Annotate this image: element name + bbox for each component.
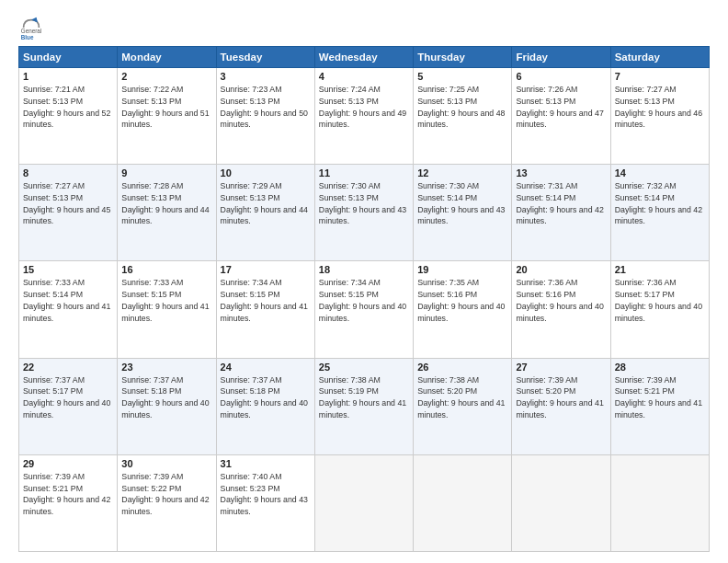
calendar-cell: 2Sunrise: 7:22 AMSunset: 5:13 PMDaylight… — [118, 68, 216, 165]
day-info: Sunrise: 7:36 AMSunset: 5:17 PMDaylight:… — [615, 277, 705, 324]
day-info: Sunrise: 7:25 AMSunset: 5:13 PMDaylight:… — [417, 84, 507, 131]
day-info: Sunrise: 7:24 AMSunset: 5:13 PMDaylight:… — [319, 84, 409, 131]
day-info: Sunrise: 7:33 AMSunset: 5:14 PMDaylight:… — [23, 277, 113, 324]
day-number: 12 — [417, 167, 507, 178]
day-info: Sunrise: 7:39 AMSunset: 5:21 PMDaylight:… — [615, 374, 705, 421]
day-number: 20 — [516, 264, 606, 275]
calendar-cell: 18Sunrise: 7:34 AMSunset: 5:15 PMDayligh… — [314, 261, 413, 358]
day-info: Sunrise: 7:21 AMSunset: 5:13 PMDaylight:… — [23, 84, 113, 131]
calendar-cell — [610, 454, 709, 551]
day-info: Sunrise: 7:39 AMSunset: 5:20 PMDaylight:… — [516, 374, 606, 421]
calendar-cell: 11Sunrise: 7:30 AMSunset: 5:13 PMDayligh… — [314, 165, 413, 261]
day-info: Sunrise: 7:28 AMSunset: 5:13 PMDaylight:… — [121, 180, 211, 227]
calendar-cell: 10Sunrise: 7:29 AMSunset: 5:13 PMDayligh… — [216, 165, 314, 261]
day-number: 8 — [23, 167, 113, 178]
calendar-cell: 1Sunrise: 7:21 AMSunset: 5:13 PMDaylight… — [19, 68, 118, 165]
weekday-header: Monday — [118, 47, 216, 68]
calendar-cell: 8Sunrise: 7:27 AMSunset: 5:13 PMDaylight… — [19, 165, 118, 261]
day-info: Sunrise: 7:37 AMSunset: 5:18 PMDaylight:… — [221, 374, 311, 421]
calendar-cell: 4Sunrise: 7:24 AMSunset: 5:13 PMDaylight… — [314, 68, 413, 165]
day-info: Sunrise: 7:27 AMSunset: 5:13 PMDaylight:… — [23, 180, 113, 227]
day-info: Sunrise: 7:27 AMSunset: 5:13 PMDaylight:… — [615, 84, 705, 131]
day-number: 17 — [221, 264, 311, 275]
day-info: Sunrise: 7:30 AMSunset: 5:13 PMDaylight:… — [319, 180, 409, 227]
day-info: Sunrise: 7:33 AMSunset: 5:15 PMDaylight:… — [121, 277, 211, 324]
svg-text:Blue: Blue — [21, 34, 34, 40]
header: General Blue — [18, 15, 710, 40]
day-number: 28 — [615, 362, 705, 373]
day-number: 29 — [23, 458, 113, 469]
day-number: 13 — [516, 167, 606, 178]
day-number: 27 — [516, 362, 606, 373]
day-info: Sunrise: 7:31 AMSunset: 5:14 PMDaylight:… — [516, 180, 606, 227]
calendar-cell: 13Sunrise: 7:31 AMSunset: 5:14 PMDayligh… — [512, 165, 610, 261]
logo-icon: General Blue — [18, 15, 44, 40]
day-info: Sunrise: 7:29 AMSunset: 5:13 PMDaylight:… — [221, 180, 311, 227]
day-number: 15 — [23, 264, 113, 275]
day-number: 19 — [417, 264, 507, 275]
day-info: Sunrise: 7:37 AMSunset: 5:17 PMDaylight:… — [23, 374, 113, 421]
day-number: 18 — [319, 264, 409, 275]
calendar-cell: 17Sunrise: 7:34 AMSunset: 5:15 PMDayligh… — [216, 261, 314, 358]
weekday-header: Friday — [512, 47, 610, 68]
day-number: 2 — [121, 71, 211, 82]
calendar-table: SundayMondayTuesdayWednesdayThursdayFrid… — [18, 46, 710, 552]
day-info: Sunrise: 7:39 AMSunset: 5:22 PMDaylight:… — [121, 471, 211, 518]
day-number: 9 — [121, 167, 211, 178]
calendar-cell: 21Sunrise: 7:36 AMSunset: 5:17 PMDayligh… — [610, 261, 709, 358]
day-info: Sunrise: 7:36 AMSunset: 5:16 PMDaylight:… — [516, 277, 606, 324]
calendar-cell: 16Sunrise: 7:33 AMSunset: 5:15 PMDayligh… — [118, 261, 216, 358]
day-info: Sunrise: 7:38 AMSunset: 5:20 PMDaylight:… — [417, 374, 507, 421]
calendar-cell — [512, 454, 610, 551]
calendar-cell: 24Sunrise: 7:37 AMSunset: 5:18 PMDayligh… — [216, 358, 314, 454]
day-number: 21 — [615, 264, 705, 275]
calendar-cell: 5Sunrise: 7:25 AMSunset: 5:13 PMDaylight… — [414, 68, 512, 165]
calendar-cell: 29Sunrise: 7:39 AMSunset: 5:21 PMDayligh… — [19, 454, 118, 551]
calendar-cell: 25Sunrise: 7:38 AMSunset: 5:19 PMDayligh… — [314, 358, 413, 454]
day-number: 6 — [516, 71, 606, 82]
calendar-cell: 6Sunrise: 7:26 AMSunset: 5:13 PMDaylight… — [512, 68, 610, 165]
day-info: Sunrise: 7:37 AMSunset: 5:18 PMDaylight:… — [121, 374, 211, 421]
day-number: 30 — [121, 458, 211, 469]
calendar-cell — [414, 454, 512, 551]
day-number: 24 — [221, 362, 311, 373]
logo: General Blue — [18, 15, 44, 40]
calendar-cell: 12Sunrise: 7:30 AMSunset: 5:14 PMDayligh… — [414, 165, 512, 261]
calendar-cell: 31Sunrise: 7:40 AMSunset: 5:23 PMDayligh… — [216, 454, 314, 551]
day-info: Sunrise: 7:23 AMSunset: 5:13 PMDaylight:… — [221, 84, 311, 131]
day-number: 16 — [121, 264, 211, 275]
day-info: Sunrise: 7:39 AMSunset: 5:21 PMDaylight:… — [23, 471, 113, 518]
calendar-cell: 15Sunrise: 7:33 AMSunset: 5:14 PMDayligh… — [19, 261, 118, 358]
calendar-cell: 7Sunrise: 7:27 AMSunset: 5:13 PMDaylight… — [610, 68, 709, 165]
calendar-cell: 20Sunrise: 7:36 AMSunset: 5:16 PMDayligh… — [512, 261, 610, 358]
day-number: 11 — [319, 167, 409, 178]
weekday-header: Wednesday — [314, 47, 413, 68]
day-number: 25 — [319, 362, 409, 373]
calendar-cell: 14Sunrise: 7:32 AMSunset: 5:14 PMDayligh… — [610, 165, 709, 261]
day-info: Sunrise: 7:22 AMSunset: 5:13 PMDaylight:… — [121, 84, 211, 131]
weekday-header: Tuesday — [216, 47, 314, 68]
day-number: 5 — [417, 71, 507, 82]
day-info: Sunrise: 7:34 AMSunset: 5:15 PMDaylight:… — [221, 277, 311, 324]
day-number: 26 — [417, 362, 507, 373]
day-number: 31 — [221, 458, 311, 469]
day-info: Sunrise: 7:26 AMSunset: 5:13 PMDaylight:… — [516, 84, 606, 131]
day-number: 22 — [23, 362, 113, 373]
calendar-cell: 9Sunrise: 7:28 AMSunset: 5:13 PMDaylight… — [118, 165, 216, 261]
calendar-cell: 28Sunrise: 7:39 AMSunset: 5:21 PMDayligh… — [610, 358, 709, 454]
day-info: Sunrise: 7:35 AMSunset: 5:16 PMDaylight:… — [417, 277, 507, 324]
calendar-cell: 19Sunrise: 7:35 AMSunset: 5:16 PMDayligh… — [414, 261, 512, 358]
day-number: 7 — [615, 71, 705, 82]
calendar-cell: 27Sunrise: 7:39 AMSunset: 5:20 PMDayligh… — [512, 358, 610, 454]
weekday-header: Thursday — [414, 47, 512, 68]
day-number: 23 — [121, 362, 211, 373]
day-info: Sunrise: 7:34 AMSunset: 5:15 PMDaylight:… — [319, 277, 409, 324]
calendar-cell: 3Sunrise: 7:23 AMSunset: 5:13 PMDaylight… — [216, 68, 314, 165]
page: General Blue SundayMondayTuesdayWednesda… — [0, 0, 728, 563]
day-info: Sunrise: 7:38 AMSunset: 5:19 PMDaylight:… — [319, 374, 409, 421]
weekday-header: Saturday — [610, 47, 709, 68]
day-info: Sunrise: 7:32 AMSunset: 5:14 PMDaylight:… — [615, 180, 705, 227]
calendar-cell: 22Sunrise: 7:37 AMSunset: 5:17 PMDayligh… — [19, 358, 118, 454]
day-number: 1 — [23, 71, 113, 82]
day-info: Sunrise: 7:30 AMSunset: 5:14 PMDaylight:… — [417, 180, 507, 227]
